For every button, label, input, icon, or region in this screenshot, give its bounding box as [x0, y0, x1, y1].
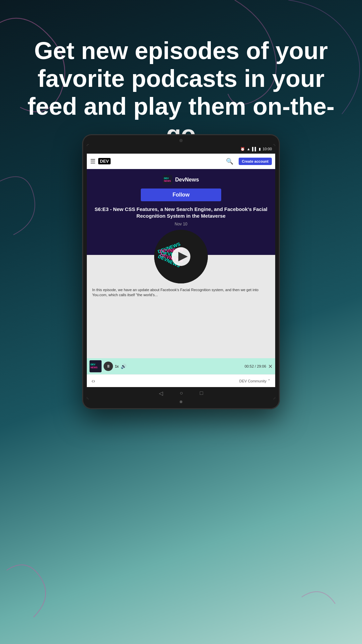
player-time: 00:52 / 29:06 — [245, 364, 266, 368]
podcast-artwork[interactable]: DEVNEWS DEVNEWS DEVNEWS DEVNEWS DEVNEWS — [154, 230, 208, 283]
svg-text:DEV: DEV — [164, 177, 169, 179]
status-bar: ⏰ ▲ ▌▌ ▮ 10:00 — [87, 144, 275, 154]
status-icons: ⏰ ▲ ▌▌ ▮ 10:00 — [240, 147, 272, 151]
podcast-hero: DEV NEWS DevNews Follow S6:E3 - New CSS … — [87, 169, 275, 226]
browser-nav-bar: ‹ › DEV Community ⌃ — [87, 374, 275, 387]
description-section: In this episode, we have an update about… — [87, 283, 275, 359]
community-label: DEV Community — [239, 379, 266, 383]
android-nav-bar: ◁ ○ □ — [87, 387, 275, 399]
time-current: 00:52 — [245, 364, 254, 368]
search-icon[interactable]: 🔍 — [226, 158, 233, 165]
dev-logo[interactable]: DEV — [98, 158, 111, 164]
episode-description: In this episode, we have an update about… — [92, 287, 270, 298]
tablet-device: ⏰ ▲ ▌▌ ▮ 10:00 ☰ DEV 🔍 Create account — [82, 134, 280, 409]
player-bar[interactable]: DEV NEWS ⏸ 1x 🔊 00:52 / 29:06 — [87, 358, 275, 374]
wifi-icon: ▲ — [247, 147, 250, 151]
tablet-camera — [179, 139, 183, 142]
headline-text: Get new episodes of your favorite podcas… — [20, 37, 342, 148]
android-home-button[interactable]: ○ — [180, 390, 183, 396]
svg-text:NEWS: NEWS — [90, 366, 98, 369]
podcast-icon: DEV NEWS — [163, 175, 172, 184]
podcast-brand: DEV NEWS DevNews — [163, 175, 199, 184]
player-close-button[interactable]: ✕ — [268, 363, 273, 370]
tablet-home-indicator — [180, 400, 182, 403]
follow-button[interactable]: Follow — [141, 189, 221, 201]
podcast-name: DevNews — [175, 177, 199, 183]
android-back-button[interactable]: ◁ — [159, 390, 163, 396]
android-recents-button[interactable]: □ — [200, 390, 203, 396]
tablet-screen: ⏰ ▲ ▌▌ ▮ 10:00 ☰ DEV 🔍 Create account — [87, 144, 275, 399]
pause-icon: ⏸ — [106, 364, 110, 369]
player-controls: ⏸ 1x — [104, 362, 119, 371]
svg-text:NEWS: NEWS — [164, 180, 171, 182]
battery-icon: ▮ — [259, 147, 261, 151]
episode-date: Nov 10 — [175, 222, 187, 226]
time-total: 29:06 — [257, 364, 266, 368]
pause-button[interactable]: ⏸ — [104, 362, 113, 371]
volume-icon[interactable]: 🔊 — [121, 364, 126, 369]
create-account-button[interactable]: Create account — [239, 158, 272, 165]
episode-title: S6:E3 - New CSS Features, a New Search E… — [92, 206, 270, 220]
player-thumbnail: DEV NEWS — [89, 360, 102, 372]
nav-forward-button[interactable]: › — [93, 378, 95, 384]
playback-speed[interactable]: 1x — [115, 365, 119, 368]
signal-icon: ▌▌ — [252, 147, 257, 151]
alarm-icon: ⏰ — [240, 147, 245, 151]
podcast-art-section: DEVNEWS DEVNEWS DEVNEWS DEVNEWS DEVNEWS — [87, 226, 275, 283]
app-header: ☰ DEV 🔍 Create account — [87, 154, 275, 169]
nav-community[interactable]: DEV Community ⌃ — [239, 379, 270, 383]
menu-icon[interactable]: ☰ — [90, 158, 96, 165]
expand-icon: ⌃ — [267, 379, 270, 383]
content-area: DEV NEWS DevNews Follow S6:E3 - New CSS … — [87, 169, 275, 387]
svg-text:DEV: DEV — [90, 363, 96, 366]
time-display: 10:00 — [262, 147, 272, 151]
